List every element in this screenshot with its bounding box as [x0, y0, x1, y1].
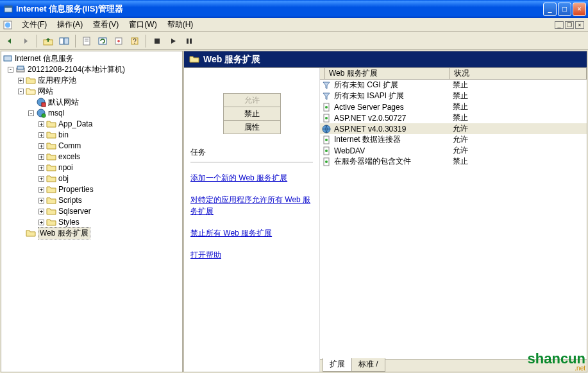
list-row[interactable]: Active Server Pages禁止 [320, 101, 587, 112]
tree-folder[interactable]: +Sqlserver [3, 206, 181, 216]
menu-view[interactable]: 查看(V) [88, 18, 124, 31]
tree-folder[interactable]: +obj [3, 173, 181, 184]
menu-file[interactable]: 文件(F) [17, 18, 52, 31]
list-row[interactable]: 所有未知 ISAPI 扩展禁止 [320, 91, 587, 101]
list-row[interactable]: 在服务器端的包含文件禁止 [320, 156, 587, 167]
column-name[interactable]: Web 服务扩展 [325, 68, 450, 79]
folder-icon [46, 162, 56, 173]
list-row[interactable]: ASP.NET v4.0.30319允许 [320, 123, 587, 134]
document-icon [3, 20, 13, 30]
tree-folder[interactable]: +Scripts [3, 195, 181, 205]
tree-folder[interactable]: +App_Data [3, 119, 181, 129]
collapse-icon[interactable]: - [28, 110, 34, 116]
properties-button[interactable]: 属性 [223, 120, 281, 134]
refresh-button[interactable] [96, 34, 110, 48]
tree-folder[interactable]: +bin [3, 130, 181, 140]
list-row[interactable]: ASP.NET v2.0.50727禁止 [320, 112, 587, 123]
toolbar: ? [0, 32, 588, 50]
filter-icon [321, 91, 332, 101]
expand-icon[interactable]: + [38, 154, 44, 160]
folder-icon [46, 152, 56, 162]
collapse-icon[interactable]: - [18, 89, 24, 94]
action-panel: 允许 禁止 属性 任务 添加一个新的 Web 服务扩展 对特定的应用程序允许所有… [184, 68, 320, 372]
tab-std[interactable]: 标准 / [351, 358, 385, 372]
expand-icon[interactable]: + [38, 165, 44, 171]
tree-msql[interactable]: - msql [3, 108, 181, 118]
properties-button[interactable] [80, 34, 94, 48]
allow-button[interactable]: 允许 [223, 93, 281, 107]
tree-folder[interactable]: +Styles [3, 217, 181, 227]
list-row[interactable]: 所有未知 CGI 扩展禁止 [320, 80, 587, 91]
row-name: ASP.NET v2.0.50727 [334, 114, 406, 123]
tree-root[interactable]: Internet 信息服务 [3, 53, 181, 64]
back-button[interactable] [3, 34, 17, 48]
column-status[interactable]: 状况 [450, 68, 587, 79]
help-button[interactable]: ? [128, 34, 142, 48]
menu-help[interactable]: 帮助(H) [162, 18, 199, 31]
expand-icon[interactable]: + [38, 209, 44, 214]
tab-ext[interactable]: 扩展 [323, 358, 352, 372]
row-status: 禁止 [450, 112, 587, 123]
mdi-minimize[interactable]: _ [555, 21, 564, 29]
tree-label: npoi [58, 163, 73, 172]
tree-apppool[interactable]: + 应用程序池 [3, 75, 181, 85]
stop-button[interactable] [150, 34, 164, 48]
tree-label: App_Data [58, 119, 92, 128]
expand-icon[interactable]: + [38, 176, 44, 182]
row-name: ASP.NET v4.0.30319 [334, 125, 406, 134]
tree-webext[interactable]: Web 服务扩展 [3, 228, 181, 238]
expand-icon[interactable]: + [38, 198, 44, 204]
mdi-close[interactable]: × [575, 21, 584, 29]
export-button[interactable] [112, 34, 126, 48]
tree-folder[interactable]: +excels [3, 152, 181, 162]
task-add-link[interactable]: 添加一个新的 Web 服务扩展 [190, 172, 313, 184]
play-button[interactable] [166, 34, 180, 48]
list-body[interactable]: 所有未知 CGI 扩展禁止所有未知 ISAPI 扩展禁止Active Serve… [320, 80, 587, 359]
folder-icon [26, 228, 36, 238]
forward-button[interactable] [19, 34, 33, 48]
up-button[interactable] [41, 34, 55, 48]
task-help-link[interactable]: 打开帮助 [190, 249, 313, 261]
folder-icon [46, 217, 56, 227]
svg-point-30 [325, 139, 328, 141]
page-icon [321, 146, 332, 156]
expand-icon[interactable]: + [38, 121, 44, 127]
page-icon [321, 135, 332, 145]
pause-button[interactable] [182, 34, 196, 48]
folder-icon [46, 119, 56, 129]
column-handle[interactable] [320, 68, 325, 79]
expand-icon[interactable]: + [38, 220, 44, 225]
tree-panel[interactable]: Internet 信息服务 - 20121208-2104(本地计算机) + 应… [1, 51, 183, 372]
row-name: 所有未知 CGI 扩展 [334, 80, 398, 91]
tree-folder[interactable]: +Properties [3, 184, 181, 195]
tree-server[interactable]: - 20121208-2104(本地计算机) [3, 64, 181, 74]
task-deny-all-link[interactable]: 禁止所有 Web 服务扩展 [190, 227, 313, 239]
tree-default-site[interactable]: 默认网站 [3, 97, 181, 107]
expand-icon[interactable]: + [18, 78, 24, 83]
collapse-icon[interactable]: - [8, 67, 13, 73]
deny-button[interactable]: 禁止 [223, 107, 281, 121]
expand-icon[interactable]: + [38, 187, 44, 193]
menu-window[interactable]: 窗口(W) [124, 18, 162, 31]
filter-icon [321, 80, 332, 91]
close-button[interactable]: × [573, 3, 586, 16]
panel-title: Web 服务扩展 [203, 54, 260, 65]
tree-folder[interactable]: +Comm [3, 141, 181, 151]
tree-folder[interactable]: +npoi [3, 162, 181, 173]
tree-label: 20121208-2104(本地计算机) [28, 64, 125, 75]
expand-icon[interactable]: + [38, 132, 44, 138]
watermark: shancun .net [528, 351, 585, 372]
mdi-restore[interactable]: ❐ [565, 21, 574, 29]
task-allow-app-link[interactable]: 对特定的应用程序允许所有 Web 服务扩展 [190, 194, 313, 217]
maximize-button[interactable]: □ [558, 3, 571, 16]
svg-rect-6 [64, 38, 69, 44]
menu-action[interactable]: 操作(A) [52, 18, 88, 31]
divider [190, 162, 313, 163]
list-header: Web 服务扩展 状况 [320, 68, 587, 80]
expand-icon[interactable]: + [38, 143, 44, 149]
show-hide-button[interactable] [57, 34, 71, 48]
tree-websites[interactable]: - 网站 [3, 86, 181, 96]
list-row[interactable]: WebDAV允许 [320, 145, 587, 156]
list-row[interactable]: Internet 数据连接器允许 [320, 134, 587, 145]
minimize-button[interactable]: _ [543, 3, 557, 16]
